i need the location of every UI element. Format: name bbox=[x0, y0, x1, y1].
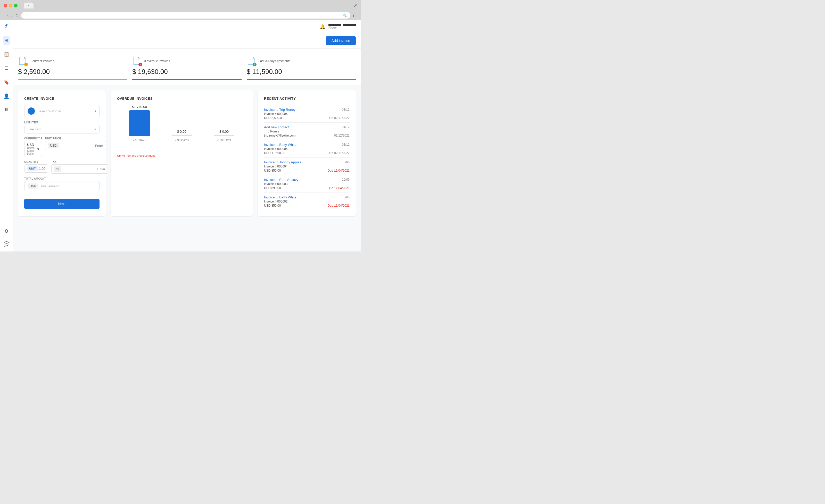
user-role-block bbox=[343, 24, 356, 26]
currency-select[interactable]: USD United States Dollar ▾ bbox=[24, 141, 42, 157]
sidebar-item-contacts[interactable]: 👤 bbox=[2, 92, 11, 100]
activity-due: Due 02/11/2022 bbox=[328, 116, 350, 120]
customer-select[interactable]: 👤 Select customer ▾ bbox=[24, 105, 99, 117]
minimize-button[interactable] bbox=[9, 4, 12, 7]
app-header: f 🔔 Flywire bbox=[0, 20, 361, 33]
total-currency: USD bbox=[27, 183, 38, 189]
sidebar-item-terminal[interactable]: 🖥 bbox=[3, 106, 10, 114]
sidebar-item-invoices[interactable]: 📋 bbox=[2, 50, 11, 59]
quantity-value: 1.00 bbox=[39, 167, 46, 171]
quantity-field[interactable]: UNIT 1.00 bbox=[24, 164, 48, 173]
overdue-badge: ! bbox=[138, 63, 142, 66]
tab-close-icon[interactable]: × bbox=[28, 4, 29, 7]
flywire-label: Flywire bbox=[328, 26, 356, 29]
maximize-button[interactable] bbox=[14, 4, 17, 7]
sidebar-item-list[interactable]: ☰ bbox=[3, 64, 10, 73]
sidebar-item-tags[interactable]: 🔖 bbox=[2, 78, 11, 87]
overdue-title: OVERDUE INVOICES bbox=[117, 97, 246, 100]
address-input[interactable] bbox=[25, 13, 343, 17]
total-amount-group: TOTAL AMOUNT USD Total amount bbox=[24, 177, 99, 191]
unit-price-col: UNIT PRICE USD bbox=[45, 137, 106, 157]
address-bar[interactable]: 🔍 bbox=[21, 12, 350, 18]
sidebar-bottom: ⚙ 💬 bbox=[2, 227, 11, 248]
current-badge: ! bbox=[24, 63, 28, 66]
activity-link[interactable]: Invoice to Betty White bbox=[264, 143, 297, 147]
bar-group-30: $ 0.00 > 30 DAYS bbox=[164, 130, 199, 142]
tax-field[interactable]: % bbox=[51, 164, 108, 174]
bar-days-60: > 60 DAYS bbox=[133, 139, 146, 142]
activity-date: 01/12 bbox=[342, 108, 350, 111]
activity-item: Invoice to Johnny Apples 10/05 Invoice #… bbox=[264, 158, 350, 175]
current-invoices-icon: 📄 ! bbox=[18, 57, 27, 66]
activity-date: 01/12 bbox=[342, 125, 350, 129]
total-amount-field: USD Total amount bbox=[24, 181, 99, 191]
customer-dropdown-icon: ▾ bbox=[95, 109, 96, 113]
activity-sub: Invoice # 000006 bbox=[264, 112, 288, 116]
stat-overdue-invoices: 📄 ! 3 overdue invoices $ 19,630.00 bbox=[132, 54, 241, 80]
activity-sub: Invoice # 000002 bbox=[264, 200, 288, 203]
tax-input[interactable] bbox=[62, 167, 105, 171]
overdue-invoices-amount: $ 19,630.00 bbox=[132, 68, 241, 76]
payments-amount: $ 11,590.00 bbox=[247, 68, 356, 76]
bar-group-less30: $ 0.00 < 30 DAYS bbox=[207, 130, 241, 142]
sidebar-item-chat[interactable]: 💬 bbox=[2, 240, 11, 248]
unit-price-field[interactable]: USD bbox=[45, 141, 106, 150]
currency-dropdown-icon: ▾ bbox=[38, 147, 39, 151]
payments-icon: 📄 $ bbox=[247, 57, 256, 66]
activity-link[interactable]: Invoice to Johnny Apples bbox=[264, 160, 301, 164]
browser-tab[interactable]: × bbox=[24, 3, 33, 8]
activity-sub: Trip Roney bbox=[264, 130, 279, 133]
activity-link[interactable]: Invoice to Trip Roney bbox=[264, 108, 295, 111]
total-placeholder: Total amount bbox=[40, 184, 59, 188]
user-name-block bbox=[328, 24, 341, 26]
bar-amount-60: $1,740.00 bbox=[132, 105, 147, 109]
activity-sub: Invoice # 000005 bbox=[264, 147, 288, 151]
bar-amount-less30: $ 0.00 bbox=[219, 130, 229, 134]
sidebar-item-settings[interactable]: ⚙ bbox=[3, 227, 10, 236]
close-button[interactable] bbox=[4, 4, 7, 7]
back-button[interactable]: ‹ bbox=[7, 13, 8, 18]
activity-title: RECENT ACTIVITY bbox=[264, 97, 350, 100]
reload-button[interactable]: ↻ bbox=[15, 13, 18, 18]
quantity-unit: UNIT bbox=[27, 166, 38, 171]
tax-prefix: % bbox=[54, 166, 61, 172]
activity-due: Due 02/11/2022 bbox=[328, 151, 350, 155]
top-bar: Add invoice bbox=[13, 33, 361, 49]
overdue-panel: OVERDUE INVOICES $1,740.00 > 60 DAYS bbox=[111, 90, 253, 216]
activity-link[interactable]: Invoice to Brad Secuvy bbox=[264, 178, 298, 182]
activity-link[interactable]: Invoice to Betty White bbox=[264, 195, 297, 199]
add-invoice-button[interactable]: Add invoice bbox=[326, 36, 356, 46]
unit-price-prefix: USD bbox=[48, 143, 59, 148]
payments-label: Last 30 days payments bbox=[258, 59, 290, 63]
line-item-select[interactable]: Line item ▾ bbox=[24, 125, 99, 134]
bell-icon[interactable]: 🔔 bbox=[320, 24, 325, 29]
new-tab-button[interactable]: + bbox=[35, 4, 38, 8]
unit-price-input[interactable] bbox=[60, 144, 103, 148]
bar-less30 bbox=[214, 135, 234, 136]
activity-link[interactable]: Add new contact bbox=[264, 125, 289, 129]
line-item-placeholder: Line item bbox=[27, 127, 41, 131]
currency-name: United States Dollar bbox=[27, 147, 36, 155]
forward-button[interactable]: › bbox=[11, 13, 12, 18]
current-invoices-label: 1 current invoices bbox=[30, 59, 54, 63]
payments-badge: $ bbox=[253, 63, 256, 66]
overdue-invoices-label: 3 overdue invoices bbox=[144, 59, 170, 63]
bar-days-30: > 30 DAYS bbox=[175, 139, 189, 142]
activity-amount: USD 850.00 bbox=[264, 204, 281, 207]
sidebar-item-dashboard[interactable]: ⊞ bbox=[3, 36, 10, 45]
more-menu-button[interactable] bbox=[353, 14, 354, 17]
activity-item: Invoice to Trip Roney 01/12 Invoice # 00… bbox=[264, 105, 350, 122]
sidebar: ⊞ 📋 ☰ 🔖 👤 🖥 ⚙ 💬 bbox=[0, 33, 13, 251]
overdue-chart: $1,740.00 > 60 DAYS $ 0.00 > 30 DAYS bbox=[117, 106, 246, 152]
app-logo: f bbox=[5, 23, 7, 30]
activity-item: Invoice to Betty White 10/05 Invoice # 0… bbox=[264, 193, 350, 210]
activity-date: 10/05 bbox=[342, 195, 350, 199]
tax-col: TAX % bbox=[51, 161, 108, 174]
create-invoice-title: CREATE INVOICE bbox=[24, 97, 99, 100]
next-button[interactable]: Next bbox=[24, 199, 99, 209]
activity-item: Add new contact 01/12 Trip Roney trip.ro… bbox=[264, 122, 350, 140]
activity-panel: RECENT ACTIVITY Invoice to Trip Roney 01… bbox=[258, 90, 356, 216]
line-item-label: LINE ITEM bbox=[24, 121, 99, 124]
expand-icon[interactable]: ⤢ bbox=[354, 3, 357, 8]
main-content: Add invoice 📄 ! 1 current invoices $ 2,5… bbox=[13, 33, 361, 251]
